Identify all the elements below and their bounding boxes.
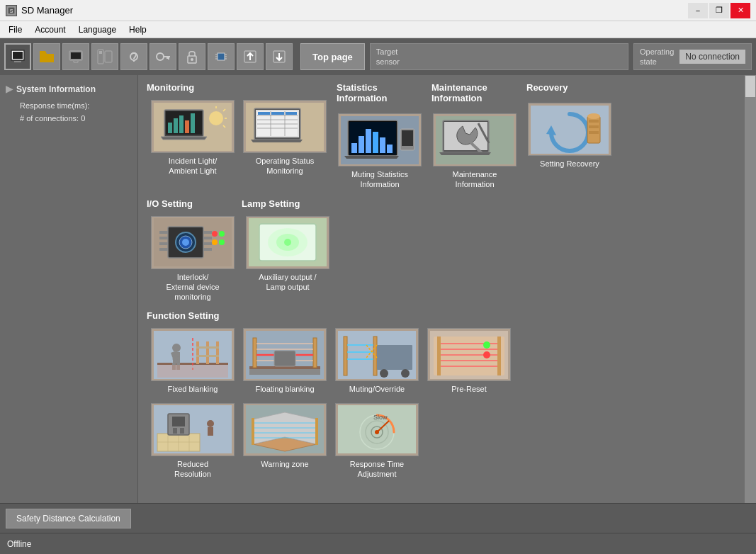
svg-rect-49 [286,112,297,115]
svg-rect-84 [203,248,212,251]
card-muting-statistics[interactable]: Muting StatisticsInformation [334,111,426,193]
svg-rect-82 [203,237,212,239]
svg-text:Slow: Slow [373,414,388,421]
menu-help[interactable]: Help [123,23,152,36]
card-label-muting-override: Muting/Override [349,384,405,394]
title-bar: S SD Manager − ❐ ✕ [0,0,756,21]
svg-rect-162 [338,405,416,453]
card-label-pre-reset: Pre-Reset [451,384,487,394]
svg-rect-69 [589,120,599,123]
menu-bar: File Account Language Help [0,21,756,38]
card-operating-status[interactable]: Operating StatusMonitoring [239,97,331,179]
toolbar: Top page Target sensor Operating state N… [0,38,756,75]
vertical-scrollbar[interactable] [745,75,756,503]
toolbar-btn-key[interactable] [149,43,176,70]
svg-rect-131 [434,337,504,375]
toolbar-btn-2[interactable] [33,43,60,70]
svg-point-14 [191,58,193,61]
statistics-header: StatisticsInformation [334,82,426,106]
svg-rect-83 [203,242,212,245]
card-image-lamp [246,216,329,269]
close-button[interactable]: ✕ [730,3,750,18]
svg-rect-54 [359,136,364,153]
svg-rect-148 [172,417,185,426]
card-image-setting-recovery [528,103,611,156]
svg-rect-28 [174,118,178,133]
toolbar-btn-chip[interactable] [208,43,235,70]
svg-point-12 [157,53,164,60]
menu-account[interactable]: Account [29,23,71,36]
svg-rect-47 [258,112,270,115]
lamp-setting-header: Lamp Setting [242,198,334,209]
card-fixed-blanking[interactable]: Fixed blanking [147,325,239,397]
svg-rect-27 [168,123,172,133]
svg-rect-152 [208,427,213,436]
svg-rect-3 [13,52,23,59]
toolbar-btn-1[interactable] [4,43,31,70]
svg-point-126 [380,369,388,378]
card-floating-blanking[interactable]: Floating blanking [239,325,331,397]
minimize-button[interactable]: − [688,3,708,18]
svg-rect-97 [206,341,209,364]
card-setting-recovery[interactable]: Setting Recovery [524,100,616,171]
svg-rect-118 [249,369,320,375]
status-bar: Offline [0,533,756,554]
card-incident-light[interactable]: Incident Light/Ambient Light [147,97,239,179]
svg-rect-40 [257,111,298,136]
safety-distance-button[interactable]: Safety Distance Calculation [6,509,131,528]
svg-rect-78 [159,237,168,239]
svg-rect-6 [71,52,81,59]
svg-rect-96 [196,341,199,364]
toolbar-btn-3[interactable] [62,43,89,70]
svg-rect-81 [203,231,212,234]
card-warning-zone[interactable]: Warning zone [239,400,331,482]
card-label-response-time: Response TimeAdjustment [350,459,404,480]
svg-point-140 [483,351,490,358]
content-area: Monitoring [138,75,745,503]
card-label-incident-light: Incident Light/Ambient Light [169,156,218,176]
menu-file[interactable]: File [3,23,28,36]
card-label-setting-recovery: Setting Recovery [540,159,599,169]
svg-point-76 [182,239,189,246]
card-label-floating-blanking: Floating blanking [255,384,314,394]
svg-point-139 [483,341,490,349]
card-image-interlock [151,216,235,269]
no-connection-badge: No connection [679,50,745,64]
toolbar-btn-lock[interactable] [179,43,205,70]
top-page-button[interactable]: Top page [300,43,365,70]
card-reduced-resolution[interactable]: ReducedResolution [147,400,239,482]
operating-state-area: Operating state No connection [633,43,752,70]
system-info-title: System Information [16,82,96,96]
svg-rect-110 [249,366,320,369]
card-image-maintenance [433,113,517,166]
toolbar-btn-download[interactable] [266,43,293,70]
svg-point-151 [207,420,214,427]
card-image-incident-light [151,100,235,153]
restore-button[interactable]: ❐ [709,3,729,18]
svg-rect-120 [344,337,347,375]
toolbar-btn-4[interactable] [91,43,118,70]
card-label-maintenance-info: MaintenanceInformation [453,169,497,190]
card-muting-override[interactable]: Muting/Override [331,325,423,397]
svg-rect-156 [252,418,254,445]
card-label-interlock: Interlock/External devicemonitoring [166,272,219,303]
card-pre-reset[interactable]: Pre-Reset [423,325,515,397]
scrollbar-thumb[interactable] [745,76,755,97]
card-interlock[interactable]: Interlock/External devicemonitoring [147,213,239,305]
card-response-time[interactable]: Slow Response TimeAdjustment [331,400,423,482]
menu-language[interactable]: Language [73,23,122,36]
card-auxiliary-output[interactable]: Auxiliary output /Lamp output [242,213,334,295]
card-image-muting-override [335,328,419,381]
card-maintenance-info[interactable]: MaintenanceInformation [429,111,521,193]
svg-rect-125 [377,345,412,370]
svg-rect-8 [105,51,112,62]
target-sensor-area: Target sensor [370,43,628,70]
toolbar-btn-5[interactable] [120,43,147,70]
svg-rect-31 [191,113,195,133]
svg-rect-150 [180,428,184,434]
toolbar-btn-upload[interactable] [237,43,264,70]
svg-rect-55 [366,129,371,153]
svg-rect-60 [402,130,413,146]
offline-status: Offline [7,539,31,549]
svg-rect-56 [373,132,378,153]
